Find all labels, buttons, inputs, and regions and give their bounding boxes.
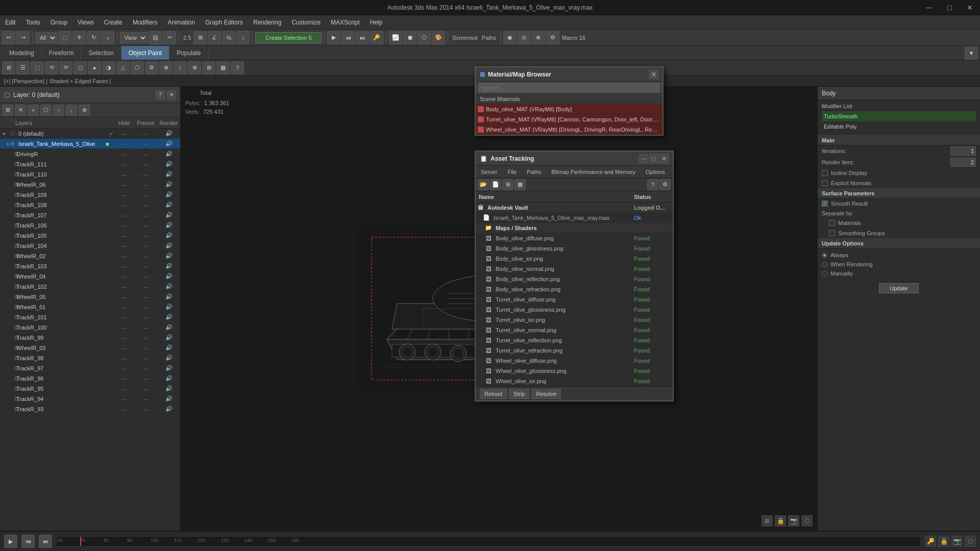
layer-freeze[interactable]: — [134,284,157,290]
materials-row[interactable]: Materials [818,218,980,228]
mat-search-input[interactable] [479,83,659,92]
menu-modifiers[interactable]: Modifiers [128,15,163,29]
layer-hide[interactable]: — [114,324,134,331]
asset-row[interactable]: 🖼 Wheel_olive_glossiness.png Found [476,366,673,376]
layer-hide[interactable]: — [114,335,134,341]
layer-render[interactable]: 🔊 [157,171,180,178]
layer-row[interactable]: ⊡ DrivingR — — 🔊 [0,149,180,159]
tb3-5[interactable]: ⟳ [59,61,72,74]
layer-freeze[interactable]: — [134,212,157,218]
layer-row[interactable]: ⊡ TrackR_100 — — 🔊 [0,322,180,333]
tb-color[interactable]: 🎨 [432,31,445,44]
layer-row[interactable]: ▸ ⬡ 0 (default) ✓ — — 🔊 [0,129,180,139]
tb3-1[interactable]: ⊞ [2,61,15,74]
layer-row[interactable]: ▸ ⊞ Israeli_Tank_Merkava_5_Olive ■ — — 🔊 [0,139,180,149]
layer-render[interactable]: 🔊 [157,375,180,382]
asset-row[interactable]: 🖼 Body_olive_diffuse.png Found [476,233,673,243]
asset-row[interactable]: 🖼 Body_olive_refraction.png Found [476,284,673,294]
layer-freeze[interactable]: — [134,355,157,361]
layer-render[interactable]: 🔊 [157,212,180,218]
explicit-normals-row[interactable]: Explicit Normals [818,178,980,188]
close-button[interactable]: ✕ [960,0,980,15]
tab-populate[interactable]: Populate [169,46,208,60]
layer-hide[interactable]: — [114,161,134,167]
lock-icon[interactable]: 🔒 [938,536,949,547]
isoline-row[interactable]: Isoline Display [818,168,980,178]
menu-graph-editors[interactable]: Graph Editors [200,15,248,29]
create-selection-button[interactable]: Create Selection 5 [255,32,322,43]
layer-row[interactable]: ⊡ TrackR_108 — — 🔊 [0,200,180,210]
asset-strip-btn[interactable]: Strip [509,389,530,399]
asset-menu-bitmap[interactable]: Bitmap Performance and Memory [546,166,640,178]
layer-freeze[interactable]: — [134,131,157,137]
layer-freeze[interactable]: — [134,396,157,402]
asset-tb-settings[interactable]: ⚙ [659,179,671,190]
layer-render[interactable]: 🔊 [157,273,180,280]
asset-close-btn[interactable]: ✕ [659,154,669,163]
tb3-9[interactable]: △ [116,61,130,74]
layer-hide[interactable]: — [114,294,134,300]
asset-menu-options[interactable]: Options [641,166,670,178]
layer-hide[interactable]: — [114,151,134,157]
tab-object-paint[interactable]: Object Paint [121,46,169,60]
menu-views[interactable]: Views [72,15,99,29]
mat-row[interactable]: Body_olive_MAT (VRayMtl) [Body] [476,104,663,114]
layer-hide[interactable]: — [114,202,134,208]
update-button[interactable]: Update [879,283,918,293]
tb3-2[interactable]: ☰ [16,61,30,74]
layer-freeze[interactable]: — [134,253,157,259]
layer-tb-delete[interactable]: ✕ [15,105,26,116]
layer-freeze[interactable]: — [134,273,157,280]
reference-coord-dropdown[interactable]: View [120,32,148,43]
tb3-10[interactable]: ⬡ [131,61,144,74]
asset-row[interactable]: 🖼 Body_olive_ior.png Found [476,254,673,264]
tb3-4[interactable]: ⟲ [45,61,58,74]
layer-hide[interactable]: — [114,386,134,392]
tb-unlink[interactable]: ✂ [163,31,176,44]
modifier-turbosmooth[interactable]: TurboSmooth [822,111,976,121]
layer-render[interactable]: 🔊 [157,130,180,137]
asset-row[interactable]: 🖼 Turret_olive_normal.png Found [476,325,673,335]
update-options-section[interactable]: Update Options [818,238,980,248]
tb-spinner-snap[interactable]: ↕ [236,31,250,44]
layer-hide[interactable]: — [114,253,134,259]
section-main[interactable]: Main [818,135,980,145]
layer-render[interactable]: 🔊 [157,242,180,249]
layer-row[interactable]: ⊡ WheelR_03 — — 🔊 [0,343,180,353]
layer-row[interactable]: ⊡ TrackR_106 — — 🔊 [0,220,180,231]
tb-render2[interactable]: ◎ [518,31,531,44]
layer-freeze[interactable]: — [134,386,157,392]
materials-checkbox[interactable] [829,220,835,226]
surface-params-section[interactable]: Surface Parameters [818,188,980,198]
modifier-editable-poly[interactable]: Editable Poly [822,121,976,132]
layer-hide[interactable]: — [114,345,134,351]
layer-hide[interactable]: — [114,406,134,412]
layer-freeze[interactable]: — [134,335,157,341]
layer-hide[interactable]: — [114,233,134,239]
menu-tools[interactable]: Tools [21,15,45,29]
tb3-14[interactable]: ⊗ [188,61,201,74]
layer-hide[interactable]: — [114,243,134,249]
update-manually-row[interactable]: Manually [822,269,976,278]
tb-next[interactable]: ⏭ [356,31,369,44]
isoline-checkbox[interactable] [822,170,828,176]
maximize-button[interactable]: □ [939,0,960,15]
layer-freeze[interactable]: — [134,365,157,371]
asset-tb-1[interactable]: 📂 [478,179,489,190]
asset-row[interactable]: 🖼 Turret_olive_refraction.png Found [476,345,673,356]
tb-percent-snap[interactable]: % [222,31,235,44]
layer-row[interactable]: ⊡ TrackR_104 — — 🔊 [0,241,180,251]
asset-tb-3[interactable]: ⊞ [502,179,513,190]
tb3-12[interactable]: ⊕ [159,61,173,74]
layer-row[interactable]: ⊡ TrackR_107 — — 🔊 [0,210,180,220]
layer-hide[interactable]: — [114,263,134,269]
tab-freeform[interactable]: Freeform [42,46,82,60]
layer-hide[interactable]: — [114,314,134,320]
layer-freeze[interactable]: — [134,171,157,178]
render-settings-icon[interactable]: 📷 [951,536,963,547]
asset-row[interactable]: 🖼 Wheel_olive_diffuse.png Found [476,356,673,366]
asset-row[interactable]: 🖼 Wheel_olive_ior.png Found [476,376,673,386]
tb-render3[interactable]: ⊕ [532,31,545,44]
tb3-8[interactable]: ◑ [102,61,115,74]
mat-row[interactable]: Turret_olive_MAT (VRayMtl) [Cannon, Cann… [476,114,663,124]
